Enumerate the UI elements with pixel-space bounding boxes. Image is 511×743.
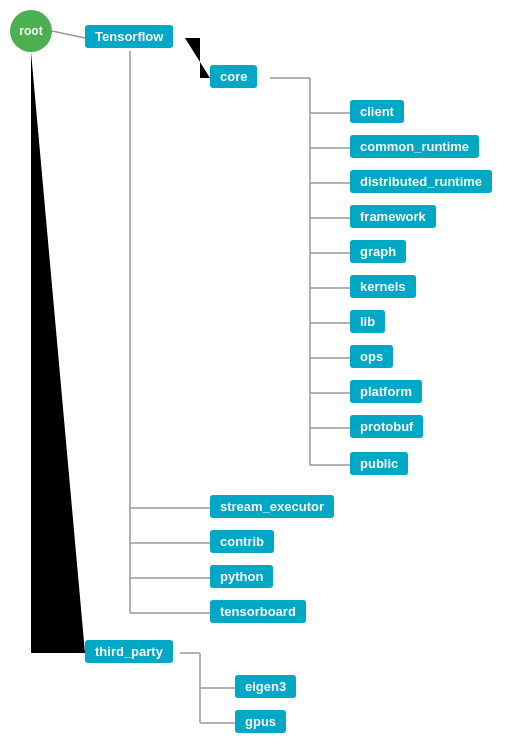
node-platform[interactable]: platform bbox=[350, 380, 422, 403]
node-common-runtime[interactable]: common_runtime bbox=[350, 135, 479, 158]
svg-line-0 bbox=[52, 31, 85, 38]
node-ops[interactable]: ops bbox=[350, 345, 393, 368]
node-core[interactable]: core bbox=[210, 65, 257, 88]
node-python[interactable]: python bbox=[210, 565, 273, 588]
node-distributed-runtime[interactable]: distributed_runtime bbox=[350, 170, 492, 193]
node-framework[interactable]: framework bbox=[350, 205, 436, 228]
node-stream-executor[interactable]: stream_executor bbox=[210, 495, 334, 518]
node-tensorflow[interactable]: Tensorflow bbox=[85, 25, 173, 48]
node-kernels[interactable]: kernels bbox=[350, 275, 416, 298]
node-eigen3[interactable]: eigen3 bbox=[235, 675, 296, 698]
node-graph[interactable]: graph bbox=[350, 240, 406, 263]
node-third-party[interactable]: third_party bbox=[85, 640, 173, 663]
node-gpus[interactable]: gpus bbox=[235, 710, 286, 733]
tree-container: root Tensorflow core client common_runti… bbox=[0, 0, 511, 743]
node-tensorboard[interactable]: tensorboard bbox=[210, 600, 306, 623]
node-client[interactable]: client bbox=[350, 100, 404, 123]
node-public[interactable]: public bbox=[350, 452, 408, 475]
node-lib[interactable]: lib bbox=[350, 310, 385, 333]
tree-lines bbox=[0, 0, 511, 743]
node-protobuf[interactable]: protobuf bbox=[350, 415, 423, 438]
node-root[interactable]: root bbox=[10, 10, 52, 52]
node-contrib[interactable]: contrib bbox=[210, 530, 274, 553]
